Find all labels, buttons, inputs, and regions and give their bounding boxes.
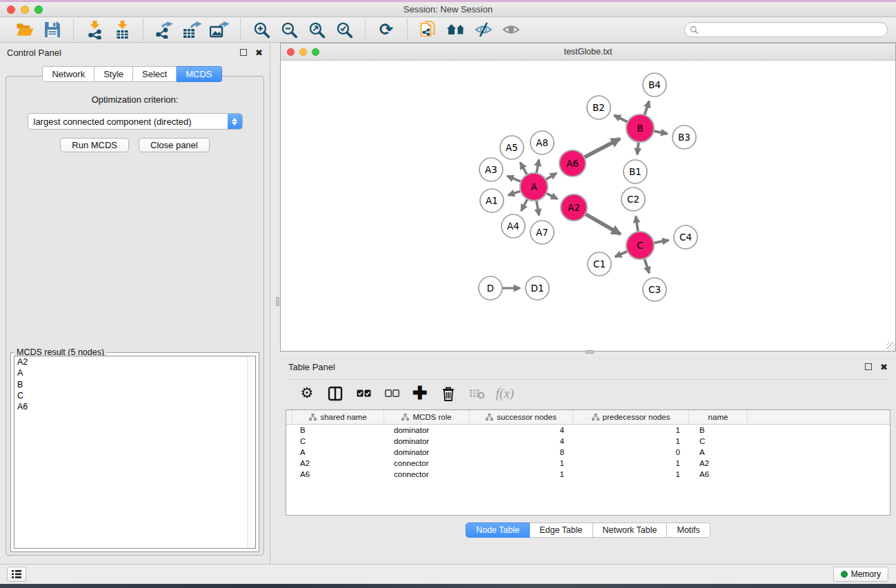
node-B1[interactable]: B1: [624, 160, 647, 183]
edge-C-C4[interactable]: [653, 240, 669, 243]
new-network-icon[interactable]: [415, 19, 442, 40]
node-A[interactable]: A: [520, 173, 548, 201]
node-A6[interactable]: A6: [559, 150, 586, 176]
run-mcds-button[interactable]: Run MCDS: [60, 138, 129, 152]
edge-A-A2[interactable]: [546, 193, 557, 199]
node-D[interactable]: D: [479, 276, 502, 300]
tab-mcds[interactable]: MCDS: [177, 66, 221, 82]
mcds-result-item[interactable]: A: [14, 367, 255, 378]
node-A4[interactable]: A4: [501, 214, 525, 238]
edge-B-B4[interactable]: [644, 101, 649, 116]
node-C4[interactable]: C4: [674, 225, 697, 249]
column-header-name[interactable]: name: [689, 410, 748, 424]
zoom-fit-icon[interactable]: [303, 19, 330, 40]
hide-selected-icon[interactable]: [470, 19, 497, 40]
edge-A6-B[interactable]: [584, 139, 620, 157]
edge-B-B2[interactable]: [614, 115, 628, 122]
column-header-successor-nodes[interactable]: successor nodes: [470, 410, 573, 424]
close-panel-button[interactable]: Close panel: [139, 138, 210, 152]
import-table-icon[interactable]: [108, 19, 136, 40]
settings-gear-icon[interactable]: ⚙: [298, 384, 316, 403]
edge-A2-C[interactable]: [585, 214, 621, 234]
search-field[interactable]: [684, 22, 888, 37]
import-network-icon[interactable]: [81, 19, 108, 40]
memory-button[interactable]: Memory: [833, 567, 888, 582]
column-header-shared-name[interactable]: shared name: [292, 410, 384, 424]
table-float-panel-icon[interactable]: [865, 363, 872, 370]
result-scrollbar[interactable]: [247, 356, 255, 548]
open-file-icon[interactable]: [11, 19, 39, 40]
mcds-result-item[interactable]: C: [14, 390, 255, 401]
edge-A-A8[interactable]: [537, 160, 539, 174]
node-C1[interactable]: C1: [588, 252, 611, 276]
panel-splitter-handle[interactable]: [276, 297, 279, 306]
add-column-icon[interactable]: ✚: [411, 384, 429, 403]
zoom-in-icon[interactable]: [248, 19, 275, 40]
node-A7[interactable]: A7: [530, 221, 554, 244]
network-canvas[interactable]: B4B2BB3A8A5A6A3B1AC2A1A2A4A7C4CC1DD1C3: [281, 61, 895, 351]
node-A5[interactable]: A5: [500, 136, 524, 159]
task-history-button[interactable]: [7, 567, 26, 582]
node-D1[interactable]: D1: [526, 276, 549, 300]
tab-network[interactable]: Network: [42, 66, 94, 82]
export-network-icon[interactable]: [150, 19, 178, 40]
mcds-result-list[interactable]: A2ABCA6: [14, 356, 256, 549]
first-neighbors-icon[interactable]: [442, 19, 470, 40]
edge-A-A7[interactable]: [536, 200, 539, 216]
close-panel-icon[interactable]: ✖: [255, 48, 263, 57]
edge-A-A4[interactable]: [521, 199, 528, 211]
horizontal-scroll-thumb[interactable]: [586, 350, 594, 354]
delete-column-icon[interactable]: [439, 384, 457, 403]
node-C[interactable]: C: [626, 232, 654, 259]
tab-motifs[interactable]: Motifs: [667, 523, 710, 538]
tab-edge-table[interactable]: Edge Table: [530, 523, 593, 538]
node-B2[interactable]: B2: [587, 96, 610, 119]
node-B4[interactable]: B4: [643, 73, 666, 97]
column-layout-icon[interactable]: [326, 384, 344, 403]
tab-select[interactable]: Select: [133, 66, 177, 82]
mcds-result-item[interactable]: A2: [14, 356, 255, 367]
node-A2[interactable]: A2: [561, 194, 587, 221]
edge-A-A3[interactable]: [507, 176, 521, 182]
show-all-icon[interactable]: [497, 19, 525, 40]
criterion-dropdown[interactable]: largest connected component (directed): [28, 113, 243, 130]
edge-C-C1[interactable]: [615, 251, 628, 257]
save-session-icon[interactable]: [39, 19, 66, 40]
table-close-panel-icon[interactable]: ✖: [880, 363, 888, 372]
export-table-icon[interactable]: [178, 19, 206, 40]
node-C2[interactable]: C2: [621, 187, 645, 211]
edge-A-A6[interactable]: [545, 173, 557, 180]
table-row[interactable]: Cdominator41C: [286, 436, 890, 447]
edge-C-C3[interactable]: [644, 258, 649, 273]
table-row[interactable]: Bdominator41B: [286, 425, 890, 436]
edge-B-B3[interactable]: [653, 131, 668, 134]
tab-network-table[interactable]: Network Table: [593, 523, 668, 538]
float-panel-icon[interactable]: [240, 49, 247, 56]
edge-A-A1[interactable]: [508, 191, 521, 195]
mcds-result-item[interactable]: A6: [14, 401, 255, 412]
edge-B-B1[interactable]: [637, 141, 639, 154]
zoom-selected-icon[interactable]: [330, 19, 358, 40]
node-A1[interactable]: A1: [480, 189, 504, 212]
tab-style[interactable]: Style: [94, 66, 133, 82]
resize-handle[interactable]: [886, 342, 895, 351]
node-A8[interactable]: A8: [530, 131, 554, 154]
table-row[interactable]: A2connector11A2: [286, 458, 890, 469]
tab-node-table[interactable]: Node Table: [466, 523, 530, 538]
refresh-layout-icon[interactable]: ⟳: [372, 19, 400, 40]
table-row[interactable]: Adominator80A: [286, 447, 890, 458]
column-header-MCDS-role[interactable]: MCDS role: [384, 410, 470, 424]
search-input[interactable]: [701, 25, 887, 34]
node-A3[interactable]: A3: [479, 158, 503, 181]
edge-C-C2[interactable]: [636, 216, 639, 232]
node-B[interactable]: B: [626, 114, 654, 142]
node-C3[interactable]: C3: [643, 278, 666, 301]
unselect-all-icon[interactable]: [383, 384, 401, 403]
column-header-predecessor-nodes[interactable]: predecessor nodes: [573, 410, 689, 424]
mcds-result-item[interactable]: B: [14, 379, 255, 390]
edge-A-A5[interactable]: [520, 163, 527, 176]
select-all-icon[interactable]: [355, 384, 372, 403]
zoom-out-icon[interactable]: [275, 19, 303, 40]
table-row[interactable]: A6connector11A6: [286, 469, 890, 480]
node-B3[interactable]: B3: [673, 125, 696, 149]
